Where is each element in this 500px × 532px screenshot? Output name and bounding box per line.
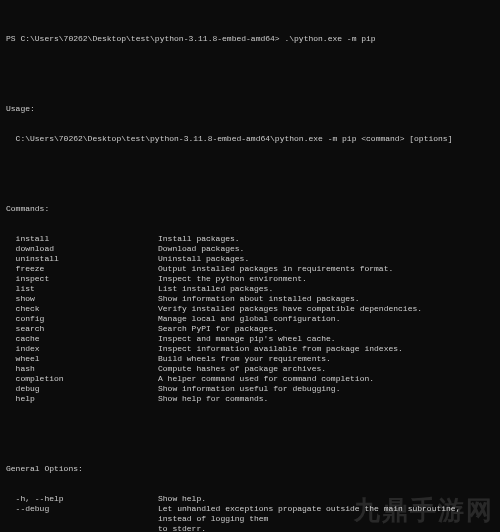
blank-line [6,164,496,174]
option-name: inspect [6,274,158,284]
help-row: completionA helper command used for comm… [6,374,496,384]
option-desc: Manage local and global configuration. [158,314,496,324]
cwd-path: C:\Users\70262\Desktop\test\python-3.11.… [20,34,279,43]
option-name: install [6,234,158,244]
prompt-line-1: PS C:\Users\70262\Desktop\test\python-3.… [6,34,496,44]
option-desc: Inspect information available from packa… [158,344,496,354]
terminal-output[interactable]: PS C:\Users\70262\Desktop\test\python-3.… [0,0,500,532]
option-name: -h, --help [6,494,158,504]
help-row: hashCompute hashes of package archives. [6,364,496,374]
option-desc: Search PyPI for packages. [158,324,496,334]
option-name: --debug [6,504,158,524]
option-name: debug [6,384,158,394]
option-desc: Show information about installed package… [158,294,496,304]
option-desc: Verify installed packages have compatibl… [158,304,496,314]
help-row: listList installed packages. [6,284,496,294]
option-name: show [6,294,158,304]
option-name: uninstall [6,254,158,264]
option-name: download [6,244,158,254]
help-row: downloadDownload packages. [6,244,496,254]
help-row: --debugLet unhandled exceptions propagat… [6,504,496,524]
option-name: index [6,344,158,354]
help-row: indexInspect information available from … [6,344,496,354]
help-row: helpShow help for commands. [6,394,496,404]
help-row: wheelBuild wheels from your requirements… [6,354,496,364]
help-row: configManage local and global configurat… [6,314,496,324]
options-header: General Options: [6,464,496,474]
option-desc: Output installed packages in requirement… [158,264,496,274]
option-desc: Inspect the python environment. [158,274,496,284]
option-desc: Download packages. [158,244,496,254]
option-name: config [6,314,158,324]
ps-prefix: PS [6,34,20,43]
option-name: list [6,284,158,294]
help-row: showShow information about installed pac… [6,294,496,304]
option-name: cache [6,334,158,344]
option-name: hash [6,364,158,374]
option-desc: Show help for commands. [158,394,496,404]
blank-line [6,64,496,74]
option-desc: Compute hashes of package archives. [158,364,496,374]
option-name: search [6,324,158,334]
option-name: check [6,304,158,314]
option-name: completion [6,374,158,384]
option-desc: List installed packages. [158,284,496,294]
option-desc: Show information useful for debugging. [158,384,496,394]
help-row: cacheInspect and manage pip's wheel cach… [6,334,496,344]
help-row: inspectInspect the python environment. [6,274,496,284]
option-desc: A helper command used for command comple… [158,374,496,384]
usage-header: Usage: [6,104,496,114]
help-row: searchSearch PyPI for packages. [6,324,496,334]
entered-command: .\python.exe -m pip [280,34,376,43]
option-desc: Uninstall packages. [158,254,496,264]
option-desc: Install packages. [158,234,496,244]
blank-line [6,424,496,434]
help-row: installInstall packages. [6,234,496,244]
option-desc: Let unhandled exceptions propagate outsi… [158,504,496,524]
option-name: wheel [6,354,158,364]
option-desc-cont: to stderr. [6,524,496,532]
help-row: checkVerify installed packages have comp… [6,304,496,314]
option-desc: Inspect and manage pip's wheel cache. [158,334,496,344]
option-desc: Build wheels from your requirements. [158,354,496,364]
help-row: debugShow information useful for debuggi… [6,384,496,394]
option-name: freeze [6,264,158,274]
help-row: uninstallUninstall packages. [6,254,496,264]
help-row: freezeOutput installed packages in requi… [6,264,496,274]
help-row: -h, --helpShow help. [6,494,496,504]
option-desc: Show help. [158,494,496,504]
usage-line: C:\Users\70262\Desktop\test\python-3.11.… [6,134,496,144]
commands-header: Commands: [6,204,496,214]
option-name: help [6,394,158,404]
